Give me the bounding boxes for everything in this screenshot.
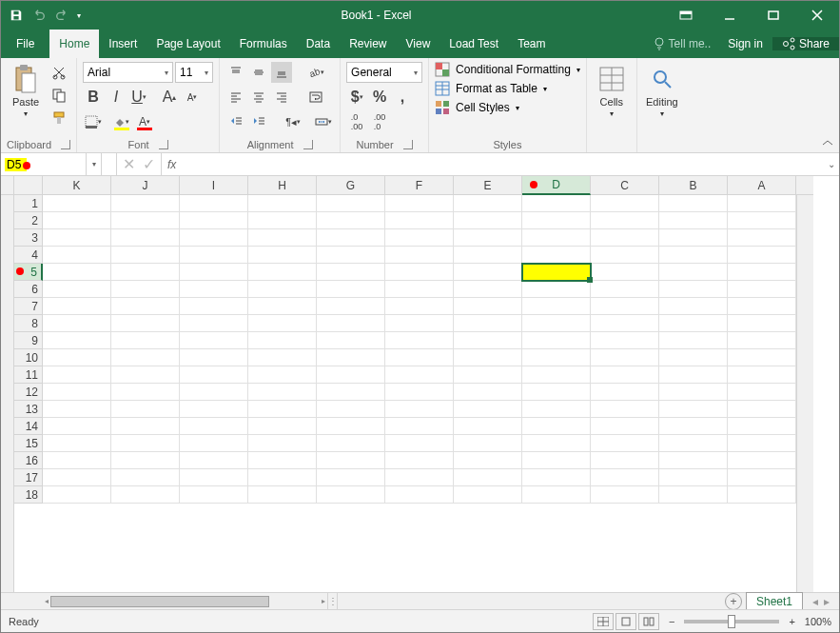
tab-team[interactable]: Team <box>508 30 555 58</box>
cell-E16[interactable] <box>454 452 522 469</box>
increase-decimal-button[interactable]: .0.00 <box>346 111 367 132</box>
row-header-14[interactable]: 14 <box>14 418 43 435</box>
cell-C14[interactable] <box>591 418 659 435</box>
cell-A4[interactable] <box>728 247 796 264</box>
vertical-scrollbar[interactable] <box>796 195 813 592</box>
cell-A6[interactable] <box>728 281 796 298</box>
cell-F7[interactable] <box>385 298 454 315</box>
formula-input[interactable] <box>182 153 824 175</box>
cell-K12[interactable] <box>43 384 111 401</box>
percent-button[interactable]: % <box>369 87 390 108</box>
column-header-D[interactable]: D <box>522 176 591 195</box>
cell-H6[interactable] <box>248 281 317 298</box>
cell-H15[interactable] <box>248 435 317 452</box>
cell-C11[interactable] <box>591 366 659 384</box>
cell-J13[interactable] <box>111 401 180 418</box>
cell-J9[interactable] <box>111 332 180 349</box>
cancel-formula-button[interactable]: ✕ <box>123 155 135 173</box>
tab-load-test[interactable]: Load Test <box>440 30 508 58</box>
cell-I9[interactable] <box>180 332 248 349</box>
column-header-H[interactable]: H <box>248 176 317 195</box>
column-header-F[interactable]: F <box>385 176 454 195</box>
cell-J16[interactable] <box>111 452 180 469</box>
tab-insert[interactable]: Insert <box>99 30 147 58</box>
name-box-dropdown[interactable]: ▾ <box>87 153 102 175</box>
cell-I12[interactable] <box>180 384 248 401</box>
cell-B18[interactable] <box>659 486 728 504</box>
row-header-7[interactable]: 7 <box>14 298 43 315</box>
cell-A2[interactable] <box>728 212 796 229</box>
cell-I10[interactable] <box>180 349 248 366</box>
cell-D18[interactable] <box>522 486 591 504</box>
align-left-button[interactable] <box>225 87 246 108</box>
column-header-K[interactable]: K <box>43 176 111 195</box>
cell-C4[interactable] <box>591 247 659 264</box>
cell-H14[interactable] <box>248 418 317 435</box>
cell-F11[interactable] <box>385 366 454 384</box>
cell-F2[interactable] <box>385 212 454 229</box>
horizontal-scrollbar[interactable]: ◂ ▸ <box>43 593 328 609</box>
editing-button[interactable]: Editing ▾ <box>643 62 681 120</box>
cell-H7[interactable] <box>248 298 317 315</box>
fx-label[interactable]: fx <box>162 153 182 175</box>
cell-I8[interactable] <box>180 315 248 332</box>
cell-D10[interactable] <box>522 349 591 366</box>
cell-B5[interactable] <box>659 264 728 281</box>
cell-J2[interactable] <box>111 212 180 229</box>
cell-E10[interactable] <box>454 349 522 366</box>
cell-J7[interactable] <box>111 298 180 315</box>
cell-K2[interactable] <box>43 212 111 229</box>
row-header-5[interactable]: 5 <box>14 264 43 281</box>
page-layout-view-button[interactable] <box>615 613 636 630</box>
cell-A14[interactable] <box>728 418 796 435</box>
cell-C12[interactable] <box>591 384 659 401</box>
cells-button[interactable]: Cells ▾ <box>593 62 631 120</box>
cell-C10[interactable] <box>591 349 659 366</box>
cell-F5[interactable] <box>385 264 454 281</box>
tell-me-input[interactable]: Tell me.. <box>646 37 719 50</box>
cell-F10[interactable] <box>385 349 454 366</box>
cell-B7[interactable] <box>659 298 728 315</box>
cell-B10[interactable] <box>659 349 728 366</box>
cell-A16[interactable] <box>728 452 796 469</box>
cell-G11[interactable] <box>317 366 385 384</box>
row-header-2[interactable]: 2 <box>14 212 43 229</box>
cell-H17[interactable] <box>248 469 317 486</box>
cell-B9[interactable] <box>659 332 728 349</box>
save-button[interactable] <box>5 4 28 27</box>
cell-G3[interactable] <box>317 229 385 247</box>
cell-B2[interactable] <box>659 212 728 229</box>
cell-G18[interactable] <box>317 486 385 504</box>
row-header-3[interactable]: 3 <box>14 229 43 247</box>
cell-C16[interactable] <box>591 452 659 469</box>
cell-H9[interactable] <box>248 332 317 349</box>
cell-B13[interactable] <box>659 401 728 418</box>
row-header-18[interactable]: 18 <box>14 486 43 504</box>
cell-I18[interactable] <box>180 486 248 504</box>
cell-A5[interactable] <box>728 264 796 281</box>
cell-E1[interactable] <box>454 195 522 212</box>
cell-H18[interactable] <box>248 486 317 504</box>
tab-view[interactable]: View <box>397 30 440 58</box>
cell-F4[interactable] <box>385 247 454 264</box>
cell-I3[interactable] <box>180 229 248 247</box>
cell-E12[interactable] <box>454 384 522 401</box>
cell-C13[interactable] <box>591 401 659 418</box>
column-header-A[interactable]: A <box>728 176 796 195</box>
number-dialog-launcher[interactable] <box>403 140 413 149</box>
row-header-9[interactable]: 9 <box>14 332 43 349</box>
minimize-button[interactable] <box>708 1 752 30</box>
sign-in-link[interactable]: Sign in <box>718 37 772 50</box>
share-button[interactable]: Share <box>772 37 839 50</box>
cell-G10[interactable] <box>317 349 385 366</box>
cell-G8[interactable] <box>317 315 385 332</box>
cell-G14[interactable] <box>317 418 385 435</box>
cell-E14[interactable] <box>454 418 522 435</box>
cell-G6[interactable] <box>317 281 385 298</box>
cell-D11[interactable] <box>522 366 591 384</box>
cell-F8[interactable] <box>385 315 454 332</box>
cell-E9[interactable] <box>454 332 522 349</box>
cell-B1[interactable] <box>659 195 728 212</box>
cell-J8[interactable] <box>111 315 180 332</box>
cell-B8[interactable] <box>659 315 728 332</box>
